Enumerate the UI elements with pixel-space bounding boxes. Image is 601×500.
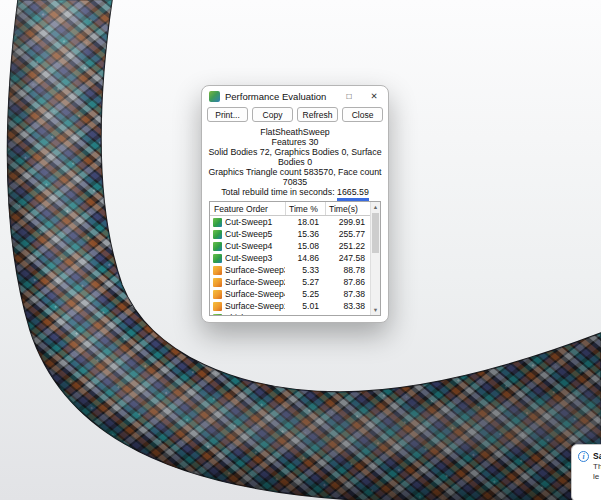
close-button[interactable]: Close: [342, 107, 383, 122]
feature-name-cell: Surface-Sweep4: [210, 289, 285, 299]
table-row[interactable]: Surface-Sweep35.3388.78: [210, 264, 380, 276]
scroll-up-icon[interactable]: ▲: [371, 202, 380, 212]
feature-name-cell: Cut-Sweep1: [210, 217, 285, 227]
feature-name-cell: Surface-Sweep3: [210, 265, 285, 275]
thicken-icon: [213, 314, 222, 317]
table-header-row: Feature Order Time % Time(s): [210, 202, 380, 216]
time-seconds: 87.38: [325, 289, 369, 299]
feature-name: Cut-Sweep5: [225, 229, 272, 239]
surface-sweep-icon: [213, 266, 222, 275]
time-seconds: 251.22: [325, 241, 369, 251]
table-row[interactable]: Surface-Sweep25.2787.86: [210, 276, 380, 288]
print-button[interactable]: Print...: [207, 107, 248, 122]
dialog-titlebar[interactable]: Performance Evaluation □ ✕: [202, 86, 388, 106]
time-seconds: 247.58: [325, 253, 369, 263]
feature-name: Surface-Sweep4: [225, 289, 285, 299]
cut-sweep-icon: [213, 230, 222, 239]
dialog-button-row: Print... Copy Refresh Close: [202, 106, 388, 125]
time-percent: 14.86: [285, 253, 325, 263]
header-time-percent: Time %: [285, 202, 325, 215]
body-counts: Solid Bodies 72, Graphics Bodies 0, Surf…: [202, 147, 388, 167]
header-time-seconds: Time(s): [325, 202, 369, 215]
rebuild-time-label: Total rebuild time in seconds:: [221, 187, 334, 197]
feature-name-cell: Cut-Sweep3: [210, 253, 285, 263]
feature-name: Cut-Sweep4: [225, 241, 272, 251]
time-percent: 15.08: [285, 241, 325, 251]
info-icon: i: [578, 451, 589, 462]
time-seconds: 87.86: [325, 277, 369, 287]
table-row[interactable]: Surface-Sweep15.0183.38: [210, 300, 380, 312]
feature-name: Surface-Sweep2: [225, 277, 285, 287]
time-percent: 5.27: [285, 277, 325, 287]
model-name: FlatSheathSweep: [202, 127, 388, 137]
surface-sweep-icon: [213, 290, 222, 299]
performance-evaluation-dialog: Performance Evaluation □ ✕ Print... Copy…: [201, 85, 389, 323]
feature-name-cell: Cut-Sweep5: [210, 229, 285, 239]
time-seconds: 255.77: [325, 229, 369, 239]
time-percent: 5.01: [285, 301, 325, 311]
feature-order-table: Feature Order Time % Time(s) Cut-Sweep11…: [209, 201, 381, 316]
copy-button[interactable]: Copy: [252, 107, 293, 122]
time-percent: 4.05: [285, 313, 325, 316]
rebuild-summary: FlatSheathSweep Features 30 Solid Bodies…: [202, 125, 388, 201]
feature-name: Cut-Sweep1: [225, 217, 272, 227]
toast-line-2: le: [593, 472, 599, 481]
feature-name-cell: Thicken1: [210, 313, 285, 316]
table-row[interactable]: Surface-Sweep45.2587.38: [210, 288, 380, 300]
cut-sweep-icon: [213, 242, 222, 251]
feature-name: Surface-Sweep1: [225, 301, 285, 311]
notification-toast[interactable]: i Sa Th le: [571, 444, 601, 500]
feature-name: Surface-Sweep3: [225, 265, 285, 275]
total-rebuild-time: Total rebuild time in seconds: 1665.59: [202, 187, 388, 197]
feature-name-cell: Surface-Sweep1: [210, 301, 285, 311]
performance-evaluation-icon: [209, 91, 220, 102]
surface-sweep-icon: [213, 302, 222, 311]
feature-name: Thicken1: [225, 313, 260, 316]
feature-table-body: Cut-Sweep118.01299.91Cut-Sweep515.36255.…: [210, 216, 380, 316]
time-percent: 5.25: [285, 289, 325, 299]
toast-text: Sa Th le: [593, 451, 601, 497]
table-row[interactable]: Cut-Sweep415.08251.22: [210, 240, 380, 252]
scroll-down-icon[interactable]: ▼: [371, 305, 380, 315]
feature-count: Features 30: [202, 137, 388, 147]
time-percent: 18.01: [285, 217, 325, 227]
time-seconds: 88.78: [325, 265, 369, 275]
time-seconds: 299.91: [325, 217, 369, 227]
maximize-button[interactable]: □: [339, 89, 359, 104]
feature-name: Cut-Sweep3: [225, 253, 272, 263]
time-percent: 15.36: [285, 229, 325, 239]
table-row[interactable]: Cut-Sweep314.86247.58: [210, 252, 380, 264]
application-viewport: Performance Evaluation □ ✕ Print... Copy…: [0, 0, 601, 500]
feature-name-cell: Surface-Sweep2: [210, 277, 285, 287]
triangle-face-counts: Graphics Triangle count 583570, Face cou…: [202, 167, 388, 187]
scrollbar-thumb[interactable]: [372, 213, 379, 253]
table-row[interactable]: Thicken14.0567.41: [210, 312, 380, 316]
cut-sweep-icon: [213, 218, 222, 227]
refresh-button[interactable]: Refresh: [297, 107, 338, 122]
toast-line-1: Th: [593, 462, 601, 471]
dialog-title: Performance Evaluation: [225, 91, 334, 102]
toast-title: Sa: [593, 451, 601, 461]
table-row[interactable]: Cut-Sweep118.01299.91: [210, 216, 380, 228]
time-percent: 5.33: [285, 265, 325, 275]
cut-sweep-icon: [213, 254, 222, 263]
surface-sweep-icon: [213, 278, 222, 287]
table-row[interactable]: Cut-Sweep515.36255.77: [210, 228, 380, 240]
table-scrollbar[interactable]: ▲ ▼: [370, 202, 380, 315]
rebuild-time-value: 1665.59: [337, 187, 369, 201]
feature-name-cell: Cut-Sweep4: [210, 241, 285, 251]
time-seconds: 67.41: [325, 313, 369, 316]
time-seconds: 83.38: [325, 301, 369, 311]
close-icon[interactable]: ✕: [364, 89, 384, 104]
header-feature-order: Feature Order: [210, 204, 285, 214]
